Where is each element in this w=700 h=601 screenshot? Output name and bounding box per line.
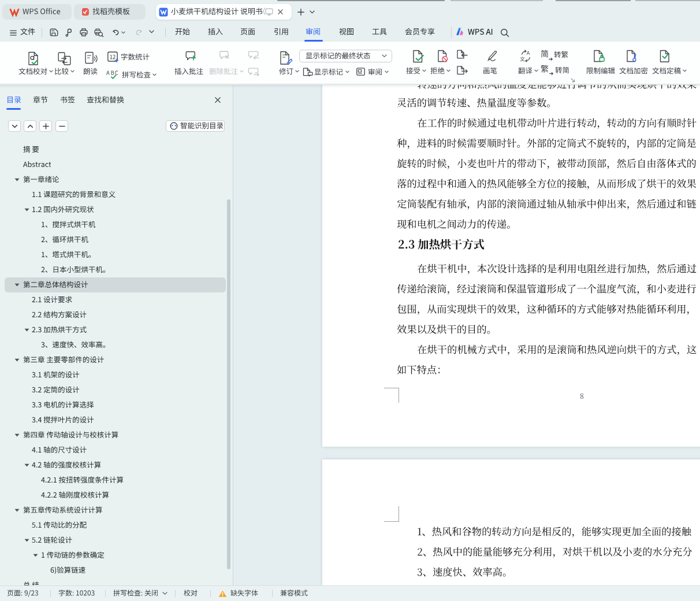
menu-insert[interactable] xyxy=(208,23,223,40)
to-traditional-button[interactable] xyxy=(554,51,568,58)
toc-item[interactable] xyxy=(0,217,233,232)
toc-item[interactable] xyxy=(0,322,233,337)
tab-document-active[interactable] xyxy=(156,4,292,20)
to-simplified-button[interactable] xyxy=(555,66,569,74)
print-icon[interactable] xyxy=(79,28,88,37)
status-spell-check[interactable] xyxy=(113,586,158,601)
previous-change-icon[interactable] xyxy=(456,50,468,59)
toc-item[interactable] xyxy=(0,488,233,503)
menu-reference[interactable] xyxy=(274,23,289,40)
status-compat-mode[interactable] xyxy=(280,586,308,601)
print-preview-icon[interactable] xyxy=(94,28,104,37)
encrypt-icon[interactable] xyxy=(625,50,638,62)
menu-view[interactable] xyxy=(339,23,354,40)
restrict-edit-icon[interactable] xyxy=(593,50,605,62)
toc-item[interactable] xyxy=(0,443,233,458)
toc-item[interactable] xyxy=(0,262,233,277)
search-icon[interactable] xyxy=(500,28,509,37)
toc-item[interactable] xyxy=(0,232,233,247)
menu-review-active[interactable] xyxy=(306,23,321,40)
toc-item[interactable] xyxy=(0,503,233,518)
accept-button[interactable] xyxy=(406,67,426,75)
toc-expand-caret-icon[interactable] xyxy=(33,554,38,557)
menu-home[interactable] xyxy=(175,23,190,40)
toc-item[interactable] xyxy=(0,157,233,172)
markup-state-dropdown[interactable] xyxy=(299,50,392,62)
toc-item[interactable] xyxy=(0,368,233,383)
menu-tools[interactable] xyxy=(372,23,387,40)
toc-item[interactable] xyxy=(0,428,233,443)
review-pane-button[interactable] xyxy=(368,68,389,76)
document-page-8[interactable] xyxy=(322,85,700,447)
toc-expand-caret-icon[interactable] xyxy=(14,358,20,362)
spell-caret-icon[interactable] xyxy=(162,592,167,595)
track-changes-icon[interactable] xyxy=(278,50,294,66)
status-page-indicator[interactable] xyxy=(7,586,39,601)
tab-docer-templates[interactable] xyxy=(74,4,146,20)
toc-item[interactable] xyxy=(0,247,233,262)
track-changes-button[interactable] xyxy=(279,68,299,75)
toc-item[interactable] xyxy=(0,533,233,548)
toc-item[interactable] xyxy=(0,353,233,368)
insert-comment-icon[interactable] xyxy=(185,50,197,61)
toc-item[interactable] xyxy=(0,142,233,157)
status-proofread[interactable] xyxy=(184,586,198,601)
toc-item[interactable] xyxy=(0,548,233,563)
compare-icon[interactable] xyxy=(57,51,72,66)
delete-comment-icon-disabled[interactable] xyxy=(219,50,229,60)
toc-expand-caret-icon[interactable] xyxy=(14,433,20,437)
undo-icon[interactable] xyxy=(111,28,120,36)
show-markup-icon[interactable] xyxy=(303,68,313,76)
reject-icon[interactable] xyxy=(437,50,449,62)
toc-expand-caret-icon[interactable] xyxy=(14,283,20,287)
show-markup-button[interactable] xyxy=(314,68,349,76)
dialog-launcher-icon[interactable] xyxy=(571,78,575,83)
hamburger-menu-icon[interactable] xyxy=(10,30,17,36)
menu-file[interactable] xyxy=(20,23,35,40)
compare-button[interactable] xyxy=(54,68,75,75)
translate-icon[interactable] xyxy=(520,50,532,62)
brush-icon[interactable] xyxy=(486,50,498,61)
encrypt-button[interactable] xyxy=(619,67,648,75)
document-page-9[interactable] xyxy=(322,459,700,585)
finalize-icon[interactable] xyxy=(658,50,671,62)
doc-proof-button[interactable] xyxy=(18,68,53,75)
save-icon[interactable] xyxy=(49,28,59,37)
undo-caret-icon[interactable] xyxy=(121,31,125,34)
status-word-count[interactable] xyxy=(58,586,95,601)
review-pane-icon[interactable] xyxy=(356,68,365,76)
tab-list-caret-icon[interactable] xyxy=(310,10,315,14)
toc-item[interactable] xyxy=(0,398,233,413)
delete-comment-button-disabled[interactable] xyxy=(209,68,244,75)
redo-icon-disabled[interactable] xyxy=(135,28,143,36)
next-change-icon[interactable] xyxy=(456,65,468,75)
read-aloud-button[interactable] xyxy=(83,68,98,75)
toc-item[interactable] xyxy=(0,292,233,307)
toc-expand-caret-icon[interactable] xyxy=(14,509,20,512)
toc-expand-caret-icon[interactable] xyxy=(24,208,29,212)
finalize-button[interactable] xyxy=(652,67,687,75)
toc-expand-caret-icon[interactable] xyxy=(24,328,29,332)
restrict-edit-button[interactable] xyxy=(586,67,615,75)
new-tab-icon[interactable] xyxy=(297,9,304,16)
toc-item[interactable] xyxy=(0,563,233,578)
toc-item[interactable] xyxy=(0,383,233,398)
tab-wps-home[interactable] xyxy=(2,4,72,20)
toc-item[interactable] xyxy=(0,578,233,586)
toc-item[interactable] xyxy=(0,337,233,353)
spell-check-button[interactable] xyxy=(122,71,157,79)
reject-button[interactable] xyxy=(430,67,450,75)
spell-check-icon[interactable] xyxy=(106,70,121,80)
toc-expand-caret-icon[interactable] xyxy=(24,539,29,542)
accept-icon[interactable] xyxy=(412,50,425,63)
translate-button[interactable] xyxy=(518,67,538,75)
insert-comment-button[interactable] xyxy=(174,68,203,75)
toc-item[interactable] xyxy=(0,458,233,473)
word-count-icon[interactable] xyxy=(107,51,119,63)
next-comment-icon-disabled[interactable] xyxy=(248,68,259,76)
toc-item[interactable] xyxy=(0,413,233,428)
toc-item[interactable] xyxy=(0,473,233,488)
pane-scrollbar-thumb[interactable] xyxy=(227,199,230,569)
toc-item[interactable] xyxy=(0,172,233,187)
export-pdf-icon[interactable] xyxy=(64,28,73,37)
